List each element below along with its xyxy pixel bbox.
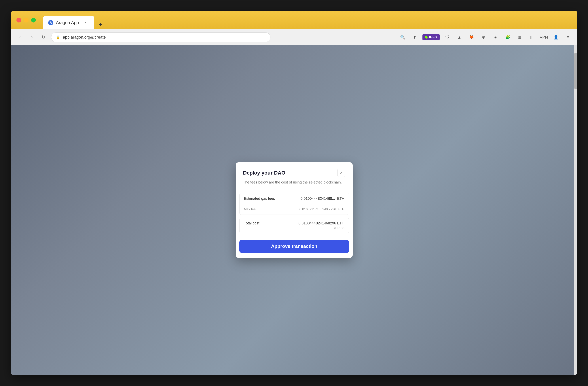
traffic-lights — [17, 18, 36, 22]
reload-button[interactable]: ↻ — [40, 33, 47, 41]
address-text: app.aragon.org/#/create — [63, 35, 106, 40]
modal-close-button[interactable]: × — [337, 169, 345, 177]
toolbar-icons: 🔍 ⬆ IPFS 🛡 ▲ 🦊 ⊕ ◈ 🧩 ▦ ◫ VPN 👤 ≡ — [398, 33, 572, 42]
scrollbar[interactable] — [574, 45, 577, 375]
share-icon[interactable]: ⬆ — [410, 33, 419, 42]
address-bar[interactable]: 🔒 app.aragon.org/#/create — [51, 32, 271, 42]
modal-body: Estimated gas fees 0.01004448241468... E… — [236, 193, 353, 233]
tab-title: Aragon App — [56, 20, 79, 25]
max-fee-currency: ETH — [338, 207, 344, 211]
gas-fees-section: Estimated gas fees 0.01004448241468... E… — [239, 193, 349, 215]
back-button[interactable]: ‹ — [16, 33, 24, 41]
ipfs-status-dot — [425, 36, 428, 39]
estimated-gas-amount: 0.01004448241468... — [301, 196, 335, 200]
ipfs-label: IPFS — [429, 35, 437, 39]
max-fee-value: 0.01607117186349 2736 ETH — [299, 207, 344, 211]
tab-area: A Aragon App × + — [43, 11, 104, 29]
max-fee-row: Max fee 0.01607117186349 2736 ETH — [240, 204, 349, 214]
estimated-gas-row: Estimated gas fees 0.01004448241468... E… — [240, 193, 349, 204]
ipfs-badge[interactable]: IPFS — [422, 34, 440, 40]
search-icon[interactable]: 🔍 — [398, 33, 407, 42]
puzzle-icon[interactable]: 🧩 — [503, 33, 512, 42]
estimated-gas-currency: ETH — [337, 196, 344, 200]
total-cost-value: 0.01004448241468296 ETH $17.33 — [298, 221, 344, 230]
total-cost-usd: $17.33 — [298, 226, 344, 230]
scrollbar-thumb[interactable] — [574, 53, 577, 89]
modal-title: Deploy your DAO — [243, 170, 285, 176]
max-fee-amount: 0.01607117186349 2736 — [299, 207, 336, 211]
browser-window: A Aragon App × + ‹ › ↻ 🔒 app.aragon.org/… — [11, 11, 577, 375]
tab-close-button[interactable]: × — [83, 21, 87, 25]
lock-icon: 🔒 — [56, 35, 60, 40]
menu-icon[interactable]: ≡ — [564, 33, 572, 42]
approve-transaction-button[interactable]: Approve transaction — [239, 240, 349, 253]
modal-overlay: Deploy your DAO × The fees below are the… — [11, 45, 577, 375]
max-fee-label: Max fee — [244, 207, 256, 211]
brave-shield-icon[interactable]: 🛡 — [443, 33, 452, 42]
close-traffic-light[interactable] — [17, 18, 21, 22]
deploy-dao-modal: Deploy your DAO × The fees below are the… — [236, 162, 353, 258]
minimize-traffic-light[interactable] — [24, 18, 28, 22]
total-cost-row: Total cost 0.01004448241468296 ETH $17.3… — [240, 218, 349, 233]
estimated-gas-label: Estimated gas fees — [244, 196, 275, 201]
modal-title-row: Deploy your DAO × — [243, 169, 345, 177]
forward-button[interactable]: › — [28, 33, 36, 41]
wallet-icon[interactable]: ◫ — [527, 33, 536, 42]
total-cost-label: Total cost — [244, 221, 259, 225]
total-cost-eth: 0.01004448241468296 ETH — [298, 221, 344, 225]
aragon-icon[interactable]: ▲ — [455, 33, 464, 42]
total-cost-section: Total cost 0.01004448241468296 ETH $17.3… — [239, 218, 349, 233]
profile-icon[interactable]: 👤 — [551, 33, 560, 42]
reading-icon[interactable]: ▦ — [515, 33, 524, 42]
extension-icon-2[interactable]: ◈ — [491, 33, 500, 42]
maximize-traffic-light[interactable] — [31, 18, 36, 22]
modal-header: Deploy your DAO × The fees below are the… — [236, 162, 353, 189]
vpn-icon[interactable]: VPN — [539, 33, 548, 42]
modal-subtitle: The fees below are the cost of using the… — [243, 179, 345, 185]
modal-footer: Approve transaction — [236, 237, 353, 258]
browser-tab[interactable]: A Aragon App × — [43, 16, 94, 29]
page-content: Deploy your DAO × The fees below are the… — [11, 45, 577, 375]
metamask-icon[interactable]: 🦊 — [467, 33, 476, 42]
estimated-gas-value: 0.01004448241468... ETH — [301, 196, 344, 201]
title-bar: A Aragon App × + — [11, 11, 577, 29]
extension-icon-1[interactable]: ⊕ — [479, 33, 488, 42]
new-tab-button[interactable]: + — [97, 20, 104, 29]
tab-favicon: A — [48, 20, 53, 25]
toolbar: ‹ › ↻ 🔒 app.aragon.org/#/create 🔍 ⬆ IPFS… — [11, 29, 577, 45]
